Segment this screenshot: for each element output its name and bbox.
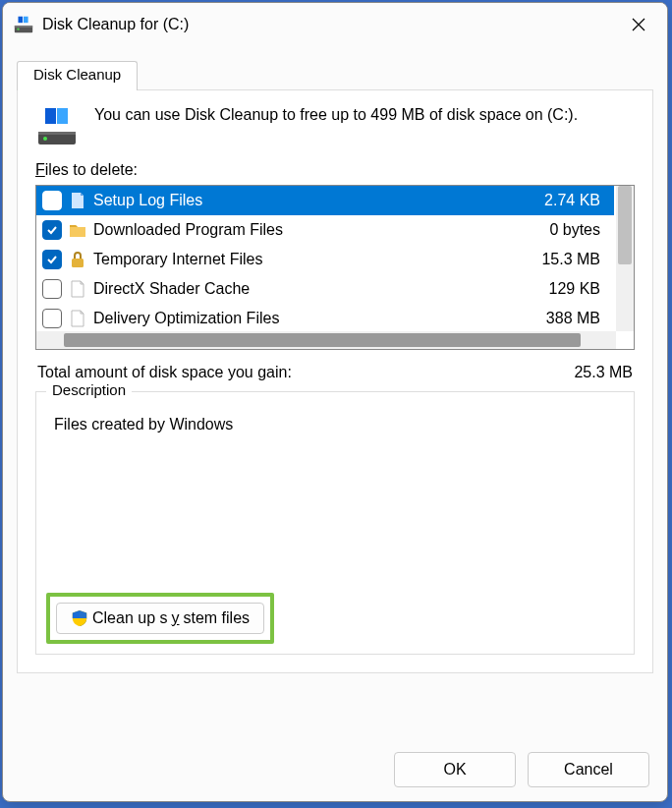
file-size: 15.3 MB [541,251,606,268]
file-size: 129 KB [549,280,606,298]
description-legend: Description [46,381,132,398]
file-type-icon [68,191,87,210]
file-type-icon [68,309,87,328]
file-row[interactable]: Setup Log Files2.74 KB [36,186,614,215]
disk-cleanup-icon [35,104,79,147]
checkbox[interactable] [42,309,62,328]
svg-rect-9 [57,108,68,124]
titlebar: Disk Cleanup for (C:) [3,3,667,46]
file-size: 388 MB [546,310,606,327]
total-row: Total amount of disk space you gain: 25.… [37,364,633,381]
file-list: Setup Log Files2.74 KBDownloaded Program… [35,185,635,350]
svg-rect-6 [38,132,76,135]
file-type-icon [68,279,87,299]
file-name: DirectX Shader Cache [93,280,543,298]
clean-system-files-button[interactable]: Clean up system files [56,603,264,634]
file-row[interactable]: Temporary Internet Files15.3 MB [36,245,614,274]
summary-row: You can use Disk Cleanup to free up to 4… [35,104,635,147]
file-name: Setup Log Files [93,192,538,209]
file-name: Delivery Optimization Files [93,310,540,327]
total-value: 25.3 MB [574,364,633,381]
drive-icon [13,14,34,35]
horizontal-scrollbar[interactable] [36,331,616,349]
svg-rect-1 [15,26,32,28]
description-group: Description Files created by Windows Cle… [35,391,635,655]
tutorial-highlight: Clean up system files [46,593,274,644]
close-icon [632,18,645,31]
ok-button[interactable]: OK [394,752,516,787]
vertical-scrollbar[interactable] [616,186,634,331]
description-text: Files created by Windows [54,416,616,433]
tab-strip: Disk Cleanup [17,60,667,89]
tab-disk-cleanup[interactable]: Disk Cleanup [17,61,138,90]
main-panel: You can use Disk Cleanup to free up to 4… [17,89,653,673]
file-row[interactable]: Downloaded Program Files0 bytes [36,215,614,245]
svg-rect-3 [19,17,24,23]
total-label: Total amount of disk space you gain: [37,364,292,381]
window-title: Disk Cleanup for (C:) [42,16,616,33]
checkbox[interactable] [42,250,62,269]
svg-point-2 [17,28,19,29]
file-name: Downloaded Program Files [93,221,543,239]
checkbox[interactable] [42,279,62,299]
close-button[interactable] [616,9,661,40]
disk-cleanup-dialog: Disk Cleanup for (C:) Disk Cleanup You c… [2,2,668,802]
svg-rect-10 [72,259,84,267]
scrollbar-thumb[interactable] [64,333,581,347]
file-size: 0 bytes [549,221,606,239]
svg-rect-4 [24,17,28,23]
file-name: Temporary Internet Files [93,251,535,268]
shield-icon [71,609,88,627]
file-type-icon [68,220,87,240]
summary-text: You can use Disk Cleanup to free up to 4… [94,104,578,126]
cancel-button[interactable]: Cancel [528,752,649,787]
svg-point-7 [43,137,47,141]
checkbox[interactable] [42,220,62,240]
file-row[interactable]: DirectX Shader Cache129 KB [36,274,614,304]
file-size: 2.74 KB [544,192,606,209]
svg-rect-8 [45,108,56,124]
files-to-delete-label: Files to delete: [35,161,635,179]
file-row[interactable]: Delivery Optimization Files388 MB [36,304,614,333]
scrollbar-thumb[interactable] [618,186,632,264]
checkbox[interactable] [42,191,62,210]
file-type-icon [68,250,87,269]
dialog-footer: OK Cancel [394,752,649,787]
